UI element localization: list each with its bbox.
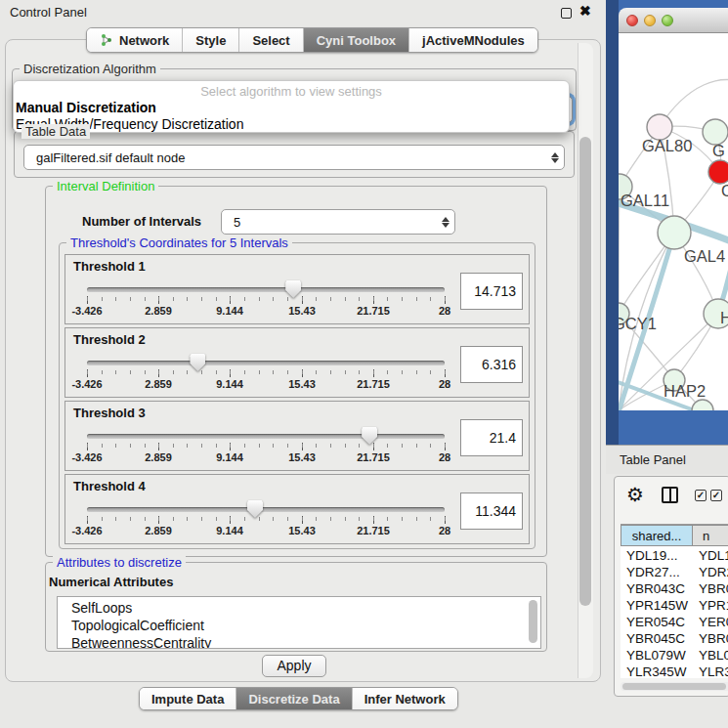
gear-icon[interactable]: ⚙ <box>626 483 644 506</box>
node-label: GCY1 <box>619 315 657 332</box>
threshold-slider-track[interactable] <box>87 507 445 512</box>
table-panel: ⚙ ✓ ✓ shared... n YDL19...YDL1 YDR27...Y… <box>614 476 728 697</box>
column-header-name[interactable]: n <box>693 525 728 546</box>
tab-discretize-data[interactable]: Discretize Data <box>236 688 351 709</box>
checkbox-icon[interactable]: ✓ <box>710 490 722 501</box>
list-scrollbar-thumb[interactable] <box>529 600 537 643</box>
threshold-1-panel: Threshold 1 -3.426 2.859 9.144 15.43 21.… <box>64 254 530 324</box>
list-item[interactable]: SelfLoops <box>71 600 132 618</box>
node-label: GAL4 <box>684 247 725 265</box>
threshold-3-panel: Threshold 3 -3.426 2.859 9.144 15.43 21.… <box>64 401 530 471</box>
attributes-list[interactable]: SelfLoops TopologicalCoefficient Between… <box>57 596 541 649</box>
threshold-4-panel: Threshold 4 -3.426 2.859 9.144 15.43 21.… <box>64 474 530 544</box>
top-tab-bar: Network Style Select Cyni Toolbox jActiv… <box>86 27 538 53</box>
panel-title: Control Panel <box>10 5 87 20</box>
split-view-icon[interactable] <box>662 487 678 503</box>
threshold-slider-track[interactable] <box>87 287 445 292</box>
tab-network[interactable]: Network <box>87 28 182 52</box>
close-icon[interactable]: ✖ <box>579 3 591 19</box>
tab-select[interactable]: Select <box>238 28 302 52</box>
app-root: Control Panel ✖ Network Style Select Cyn… <box>0 0 728 728</box>
algorithm-group-title: Discretization Algorithm <box>20 62 160 76</box>
table-hscrollbar-thumb[interactable] <box>622 683 726 690</box>
tab-impute-data[interactable]: Impute Data <box>140 688 236 709</box>
axis-minor-ticks <box>87 517 447 521</box>
float-window-icon[interactable] <box>561 8 572 19</box>
traffic-light-minimize-icon[interactable] <box>644 15 656 26</box>
table-panel-header: Table Panel <box>606 445 728 474</box>
algorithm-dropdown-popup: Select algorithm to view settings Manual… <box>13 80 570 133</box>
threshold-label: Threshold 4 <box>73 479 146 493</box>
numerical-attributes-label: Numerical Attributes <box>49 575 173 589</box>
table-row[interactable]: YDL19...YDL1 <box>621 548 728 565</box>
node-label: H <box>720 309 728 326</box>
threshold-label: Threshold 2 <box>73 332 146 347</box>
traffic-light-close-icon[interactable] <box>626 15 638 26</box>
network-canvas[interactable]: GAL80 G C GAL11 GAL4 GCY1 H HAP2 <box>619 33 728 410</box>
node-label: GAL80 <box>642 137 692 154</box>
column-header-shared-name[interactable]: shared... <box>621 525 693 546</box>
table-row[interactable]: YPR145WYPR1 <box>621 598 728 615</box>
traffic-light-zoom-icon[interactable] <box>662 15 673 26</box>
thresholds-group-title: Threshold's Coordinates for 5 Intervals <box>66 236 292 250</box>
threshold-value-field[interactable]: 14.713 <box>460 273 523 310</box>
combo-stepper-icon[interactable] <box>437 217 454 228</box>
table-row[interactable]: YER054CYER0 <box>621 615 728 631</box>
combo-stepper-icon[interactable] <box>546 152 564 163</box>
axis-minor-ticks <box>87 444 447 448</box>
dropdown-option-manual[interactable]: Manual Discretization <box>16 100 156 115</box>
tab-infer-network[interactable]: Infer Network <box>352 688 457 709</box>
table-row[interactable]: YBL079WYBL0 <box>621 648 728 664</box>
dropdown-placeholder: Select algorithm to view settings <box>14 84 569 99</box>
tab-jactivemnodules[interactable]: jActiveMNodules <box>408 28 537 52</box>
node-label: G <box>712 142 725 159</box>
axis-minor-ticks <box>87 370 447 374</box>
threshold-value-field[interactable]: 21.4 <box>460 419 523 456</box>
checkbox-icon[interactable]: ✓ <box>695 490 707 501</box>
node-gal4[interactable] <box>658 216 691 249</box>
table-data-select[interactable]: galFiltered.sif default node <box>23 145 565 170</box>
interval-definition-title: Interval Definition <box>53 179 158 193</box>
threshold-slider-track[interactable] <box>87 361 445 365</box>
node-label: C <box>721 182 728 199</box>
threshold-label: Threshold 1 <box>73 259 146 274</box>
table-row[interactable]: YBR045CYBR0 <box>621 631 728 648</box>
list-item[interactable]: TopologicalCoefficient <box>71 618 204 635</box>
node-label: GAL11 <box>621 192 669 209</box>
table-hscrollbar-track[interactable] <box>621 682 728 691</box>
node-label: HAP2 <box>664 382 706 400</box>
table-panel-title: Table Panel <box>620 452 686 467</box>
number-of-intervals-label: Number of Intervals <box>82 214 201 229</box>
bottom-tab-bar: Impute Data Discretize Data Infer Networ… <box>139 687 458 710</box>
network-icon <box>100 33 113 47</box>
axis-minor-ticks <box>87 297 447 301</box>
list-item[interactable]: BetweennessCentrality <box>71 635 211 649</box>
number-of-intervals-select[interactable]: 5 <box>221 209 455 235</box>
table-row[interactable]: YLR345WYLR3 <box>621 664 728 678</box>
tab-style[interactable]: Style <box>182 28 238 52</box>
threshold-value-field[interactable]: 6.316 <box>460 346 523 383</box>
apply-button[interactable]: Apply <box>262 655 326 677</box>
network-window-titlebar[interactable] <box>619 8 728 33</box>
panel-scrollbar-thumb[interactable] <box>579 137 591 606</box>
threshold-slider-track[interactable] <box>87 434 445 439</box>
threshold-value-field[interactable]: 11.344 <box>460 492 523 530</box>
attributes-group-title: Attributes to discretize <box>53 555 186 570</box>
node-selected-red[interactable] <box>708 160 728 184</box>
node-table: shared... n YDL19...YDL1 YDR27...YDR2 YB… <box>621 524 728 678</box>
window-edge <box>606 0 619 445</box>
table-row[interactable]: YBR043CYBR0 <box>621 581 728 598</box>
table-row[interactable]: YDR27...YDR2 <box>621 565 728 581</box>
threshold-label: Threshold 3 <box>73 406 146 420</box>
table-data-group-title: Table Data <box>21 124 90 139</box>
tab-cyni-toolbox[interactable]: Cyni Toolbox <box>303 28 408 52</box>
threshold-2-panel: Threshold 2 -3.426 2.859 9.144 15.43 21.… <box>64 327 530 398</box>
